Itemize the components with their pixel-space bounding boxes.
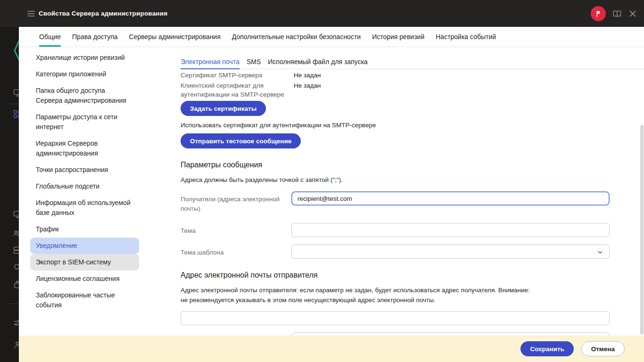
- sidebar-item-blocked-frequent-events[interactable]: Заблокированные частые события: [30, 287, 139, 313]
- subject-input[interactable]: [291, 223, 610, 237]
- subject-template-row: Тема шаблона: [181, 245, 610, 259]
- save-button[interactable]: Сохранить: [520, 341, 573, 356]
- sender-note: Адрес электронной почты отправителя: есл…: [181, 285, 644, 305]
- notifications-flag-badge[interactable]: [591, 6, 606, 21]
- tab-access-rights[interactable]: Права доступа: [72, 27, 117, 47]
- monitor-icon[interactable]: [13, 88, 19, 98]
- tab-general[interactable]: Общие: [39, 27, 61, 47]
- vertical-scrollbar-thumb[interactable]: [640, 125, 644, 335]
- tab-event-configuration[interactable]: Настройка событий: [436, 27, 496, 47]
- smtp-certificate-label: Сертификат SMTP-сервера: [181, 71, 291, 80]
- close-icon[interactable]: [628, 9, 637, 18]
- server-stack-icon[interactable]: [13, 246, 19, 255]
- subject-label: Тема: [181, 223, 291, 237]
- subject-template-select[interactable]: [291, 245, 610, 259]
- kaspersky-hexagon-logo-icon: [14, 39, 19, 62]
- rail-divider: [8, 104, 19, 104]
- send-test-message-button[interactable]: Отправить тестовое сообщение: [181, 133, 301, 148]
- cancel-button[interactable]: Отмена: [581, 341, 625, 356]
- tab-revision-history[interactable]: История ревизий: [372, 27, 424, 47]
- sidebar-item-siem-export[interactable]: Экспорт в SIEM-систему: [30, 254, 139, 271]
- recipients-label: Получатели (адреса электронной почты): [181, 191, 291, 214]
- dialog-titlebar: Свойства Сервера администрирования: [0, 0, 644, 27]
- app-nav-rail: [0, 0, 19, 362]
- sidebar-item-global-subnets[interactable]: Глобальные подсети: [30, 178, 139, 195]
- subject-template-label: Тема шаблона: [181, 245, 291, 259]
- notification-subtab-bar: Электронная почта SMS Исполняемый файл д…: [181, 48, 644, 69]
- sidebar-item-database-info[interactable]: Информация об используемой базе данных: [30, 195, 139, 221]
- properties-dialog: Общие Права доступа Серверы администриро…: [19, 27, 644, 362]
- rail-divider: [8, 304, 19, 304]
- top-tab-bar: Общие Права доступа Серверы администриро…: [19, 27, 644, 47]
- sidebar-item-internet-access[interactable]: Параметры доступа к сети интернет: [30, 109, 139, 135]
- subject-row: Тема: [181, 223, 610, 237]
- sidebar-item-revision-storage[interactable]: Хранилище истории ревизий: [30, 49, 139, 66]
- recipients-input[interactable]: [291, 191, 610, 206]
- addresses-hint: Адреса должны быть разделены точкой с за…: [181, 175, 632, 184]
- subtab-executable[interactable]: Исполняемый файл для запуска: [268, 58, 368, 69]
- sender-note-line1: Адрес электронной почты отправителя: есл…: [181, 285, 644, 295]
- message-params-heading: Параметры сообщения: [181, 160, 632, 170]
- sender-heading: Адрес электронной почты отправителя: [181, 270, 632, 280]
- smtp-certificate-value: Не задан: [294, 71, 321, 80]
- hamburger-icon[interactable]: [26, 9, 36, 18]
- device-groups-icon[interactable]: [13, 109, 19, 119]
- tab-additional-security[interactable]: Дополнительные настройки безопасности: [232, 27, 361, 47]
- sender-email-input[interactable]: [181, 311, 610, 325]
- subtab-email[interactable]: Электронная почта: [181, 58, 239, 69]
- client-certificate-row: Клиентский сертификат для аутентификации…: [181, 81, 610, 99]
- client-certificate-value: Не задан: [294, 81, 321, 99]
- client-certificate-label: Клиентский сертификат для аутентификации…: [181, 81, 291, 99]
- settings-sidebar: Хранилище истории ревизий Категории прил…: [19, 48, 162, 336]
- devices-icon[interactable]: [13, 210, 19, 219]
- users-icon[interactable]: [13, 229, 19, 238]
- smtp-certificate-row: Сертификат SMTP-сервера Не задан: [181, 71, 610, 80]
- unsaved-changes-bar: Сохранить Отмена: [19, 336, 644, 362]
- sidebar-item-app-categories[interactable]: Категории приложений: [30, 66, 139, 82]
- notification-settings-panel: Электронная почта SMS Исполняемый файл д…: [162, 48, 644, 362]
- sidebar-item-traffic[interactable]: Трафик: [30, 221, 139, 238]
- dialog-title: Свойства Сервера администрирования: [39, 10, 167, 17]
- use-certificate-label: Использовать сертификат для аутентификац…: [181, 121, 632, 130]
- chevron-down-icon: [596, 248, 604, 256]
- recipients-row: Получатели (адреса электронной почты): [181, 191, 610, 214]
- sidebar-item-distribution-points[interactable]: Точки распространения: [30, 162, 139, 178]
- bag-icon[interactable]: [13, 280, 19, 289]
- search-icon[interactable]: [13, 263, 19, 272]
- user-icon[interactable]: [13, 340, 19, 350]
- set-certificates-button[interactable]: Задать сертификаты: [181, 101, 266, 116]
- settings-sliders-icon[interactable]: [13, 318, 19, 328]
- sidebar-item-license-agreements[interactable]: Лицензионные соглашения: [30, 271, 139, 287]
- sender-note-line2: не рекомендуется указывать в этом поле н…: [181, 295, 644, 305]
- sidebar-item-notification[interactable]: Уведомление: [30, 238, 139, 254]
- subtab-sms[interactable]: SMS: [247, 58, 261, 69]
- sidebar-item-shared-folder[interactable]: Папка общего доступа Сервера администрир…: [30, 82, 139, 109]
- sidebar-item-server-hierarchy[interactable]: Иерархия Серверов администрирования: [30, 135, 139, 162]
- tab-administration-servers[interactable]: Серверы администрирования: [129, 27, 221, 47]
- help-book-icon[interactable]: [612, 9, 622, 18]
